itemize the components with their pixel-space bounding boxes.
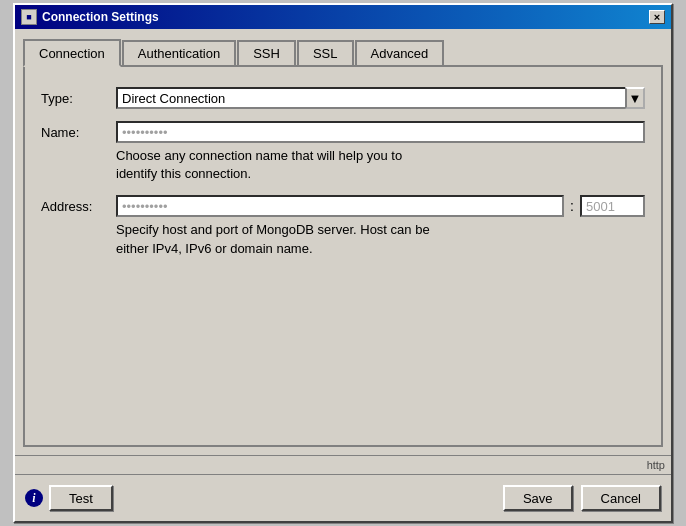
address-input[interactable] (116, 195, 564, 217)
tab-ssl[interactable]: SSL (297, 40, 354, 65)
colon-separator: : (570, 198, 574, 214)
type-row: Type: Direct ConnectionReplica SetShard … (41, 87, 645, 109)
test-button[interactable]: Test (49, 485, 113, 511)
name-hint: Choose any connection name that will hel… (116, 147, 645, 183)
footer-left: i Test (25, 485, 113, 511)
status-text: http (647, 459, 665, 471)
window-title: Connection Settings (42, 10, 159, 24)
close-button[interactable]: × (649, 10, 665, 24)
save-button[interactable]: Save (503, 485, 573, 511)
footer-right: Save Cancel (503, 485, 661, 511)
type-control: Direct ConnectionReplica SetShard Cluste… (116, 87, 645, 109)
tab-authentication[interactable]: Authentication (122, 40, 236, 65)
connection-settings-dialog: ■ Connection Settings × Connection Authe… (13, 3, 673, 523)
cancel-button[interactable]: Cancel (581, 485, 661, 511)
window-icon: ■ (21, 9, 37, 25)
tab-ssh[interactable]: SSH (237, 40, 296, 65)
footer: i Test Save Cancel (15, 474, 671, 521)
tab-bar: Connection Authentication SSH SSL Advanc… (23, 37, 663, 67)
port-input[interactable] (580, 195, 645, 217)
status-bar: http (15, 455, 671, 474)
type-label: Type: (41, 87, 116, 106)
window-body: Connection Authentication SSH SSL Advanc… (15, 29, 671, 455)
name-label: Name: (41, 121, 116, 140)
address-row: Address: : Specify host and port of Mong… (41, 195, 645, 257)
address-label: Address: (41, 195, 116, 214)
info-icon: i (25, 489, 43, 507)
name-input[interactable] (116, 121, 645, 143)
title-bar: ■ Connection Settings × (15, 5, 671, 29)
title-bar-left: ■ Connection Settings (21, 9, 159, 25)
tab-advanced[interactable]: Advanced (355, 40, 445, 65)
address-fields: : (116, 195, 645, 217)
tab-connection[interactable]: Connection (23, 39, 121, 67)
address-control: : Specify host and port of MongoDB serve… (116, 195, 645, 257)
name-row: Name: Choose any connection name that wi… (41, 121, 645, 183)
tab-content-connection: Type: Direct ConnectionReplica SetShard … (23, 67, 663, 447)
type-select-wrapper: Direct ConnectionReplica SetShard Cluste… (116, 87, 645, 109)
address-hint: Specify host and port of MongoDB server.… (116, 221, 645, 257)
type-select[interactable]: Direct ConnectionReplica SetShard Cluste… (116, 87, 645, 109)
name-control: Choose any connection name that will hel… (116, 121, 645, 183)
